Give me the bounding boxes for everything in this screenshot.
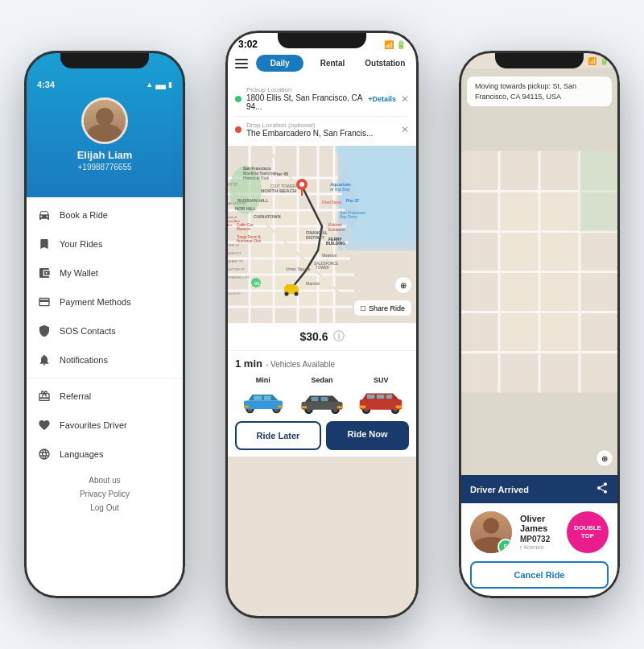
fare-bar: $30.6 ⓘ: [225, 323, 419, 351]
svg-rect-104: [278, 406, 283, 408]
share-ride-button[interactable]: □ Share Ride: [353, 300, 412, 316]
details-link[interactable]: +Details: [368, 95, 396, 103]
svg-rect-136: [541, 234, 578, 271]
drop-dot: [235, 126, 242, 133]
sidebar-item-favourites[interactable]: Favourites Driver: [24, 411, 185, 440]
ride-now-button[interactable]: Ride Now: [326, 421, 409, 450]
right-wifi-icon: 📶: [588, 57, 597, 65]
about-us-link[interactable]: About us: [37, 473, 172, 487]
svg-rect-140: [541, 314, 578, 351]
svg-rect-28: [251, 244, 272, 257]
right-compass-icon: ⊕: [601, 454, 608, 463]
driver-name-block: Oliver James MP0732 r license: [520, 514, 559, 551]
svg-rect-30: [299, 244, 316, 257]
svg-text:Estiatorio: Estiatorio: [328, 227, 345, 232]
map-area: Pier 45 San Francisco Maritime National …: [225, 146, 419, 323]
sidebar-item-notifications[interactable]: Notifications: [24, 345, 185, 374]
svg-rect-111: [320, 397, 328, 401]
sidebar-item-payment[interactable]: Payment Methods: [24, 287, 185, 316]
svg-rect-110: [311, 397, 318, 401]
pickup-value[interactable]: 1800 Ellis St, San Francisco, CA 94...: [246, 93, 363, 111]
gift-icon: [37, 389, 52, 403]
left-status-bar: 4:34 ▲ ▄▄ ▮: [24, 73, 185, 93]
svg-text:Historical Park: Historical Park: [243, 176, 270, 180]
sidebar-item-your-rides[interactable]: Your Rides: [24, 229, 185, 258]
svg-rect-52: [286, 284, 295, 289]
center-screen: 3:02 📶 🔋 Daily Rental Outstation: [225, 31, 419, 618]
svg-text:Pier 27: Pier 27: [346, 198, 360, 203]
drop-label: Drop Location (optional): [246, 122, 396, 129]
svg-rect-109: [301, 402, 342, 410]
svg-rect-135: [501, 234, 538, 271]
pickup-row: Pickup Location 1800 Ellis St, San Franc…: [235, 83, 409, 114]
svg-text:Hurricane Club: Hurricane Club: [237, 239, 262, 243]
fare-info-icon[interactable]: ⓘ: [333, 329, 345, 344]
svg-rect-21: [275, 196, 296, 209]
center-phone: 3:02 📶 🔋 Daily Rental Outstation: [225, 31, 419, 618]
profile-name: Elijah Liam: [77, 149, 133, 161]
sidebar-item-referral[interactable]: Referral: [24, 382, 185, 411]
left-notch: [60, 51, 149, 68]
svg-rect-118: [360, 399, 402, 410]
svg-rect-134: [541, 193, 578, 230]
tab-daily[interactable]: Daily: [256, 55, 303, 72]
center-time: 3:02: [238, 39, 258, 50]
share-icon[interactable]: [596, 482, 609, 497]
wallet-icon: [37, 266, 52, 280]
svg-text:Bay Ferry: Bay Ferry: [340, 214, 357, 219]
sidebar-item-sos[interactable]: SOS Contacts: [24, 316, 185, 345]
pickup-label: Pickup Location: [246, 86, 363, 93]
sidebar-item-wallet[interactable]: My Wallet: [24, 258, 185, 287]
svg-text:NOB HILL: NOB HILL: [235, 206, 257, 211]
vehicles-section: 1 min - Vehicles Available Mini: [225, 351, 419, 457]
svg-rect-29: [275, 244, 296, 257]
left-phone: 4:34 ▲ ▄▄ ▮ Elijah Liam +19988776655: [24, 51, 185, 598]
right-compass-button[interactable]: ⊕: [596, 449, 613, 467]
tab-outstation[interactable]: Outstation: [361, 55, 409, 72]
share-ride-checkbox: □: [361, 304, 365, 312]
driver-plate: MP0732: [520, 535, 559, 544]
double-tap-button[interactable]: Double Top: [567, 511, 609, 553]
svg-rect-120: [377, 395, 385, 399]
svg-text:VALLEJO ST: VALLEJO ST: [227, 201, 246, 205]
privacy-policy-link[interactable]: Privacy Policy: [37, 487, 172, 501]
hamburger-menu[interactable]: [235, 59, 248, 68]
svg-rect-33: [251, 260, 272, 273]
shield-icon: [37, 324, 52, 338]
logout-link[interactable]: Log Out: [37, 501, 172, 515]
map-svg: Pier 45 San Francisco Maritime National …: [225, 146, 419, 323]
payment-methods-label: Payment Methods: [60, 297, 131, 307]
pickup-clear[interactable]: ✕: [401, 93, 409, 105]
svg-text:Museum: Museum: [237, 227, 251, 231]
book-ride-label: Book a Ride: [60, 210, 108, 220]
vehicle-type-suv[interactable]: SUV: [353, 376, 409, 416]
svg-rect-121: [386, 395, 393, 399]
referral-label: Referral: [60, 391, 91, 401]
hamburger-line: [235, 59, 248, 60]
heart-icon: [37, 418, 52, 432]
driver-plate-sub: r license: [520, 544, 559, 551]
vehicle-type-mini[interactable]: Mini: [235, 376, 291, 416]
drop-clear[interactable]: ✕: [401, 124, 409, 135]
sidebar-item-languages[interactable]: Languages: [24, 440, 185, 469]
svg-text:Pier 45: Pier 45: [274, 172, 288, 176]
profile-phone: +19988776655: [77, 163, 131, 172]
globe-icon: [37, 447, 52, 461]
drop-value[interactable]: The Embarcadero N, San Francis...: [246, 129, 396, 138]
svg-rect-43: [299, 292, 316, 305]
wallet-label: My Wallet: [60, 268, 98, 278]
svg-text:of the Bay: of the Bay: [330, 187, 350, 192]
svg-rect-41: [251, 292, 272, 305]
svg-point-47: [299, 182, 304, 187]
svg-text:GEARY ST: GEARY ST: [227, 259, 244, 263]
sidebar-item-book-ride[interactable]: Book a Ride: [24, 200, 185, 229]
tab-rental[interactable]: Rental: [308, 55, 356, 72]
vehicle-type-sedan[interactable]: Sedan: [294, 376, 349, 416]
center-notch: [278, 31, 366, 48]
compass-button[interactable]: ⊕: [394, 276, 412, 294]
suv-car-svg: [357, 390, 405, 414]
favourites-driver-label: Favourites Driver: [60, 420, 127, 430]
cancel-ride-button[interactable]: Cancel Ride: [470, 561, 609, 589]
ride-later-button[interactable]: Ride Later: [235, 421, 321, 450]
svg-text:FiberSteps: FiberSteps: [322, 200, 342, 205]
